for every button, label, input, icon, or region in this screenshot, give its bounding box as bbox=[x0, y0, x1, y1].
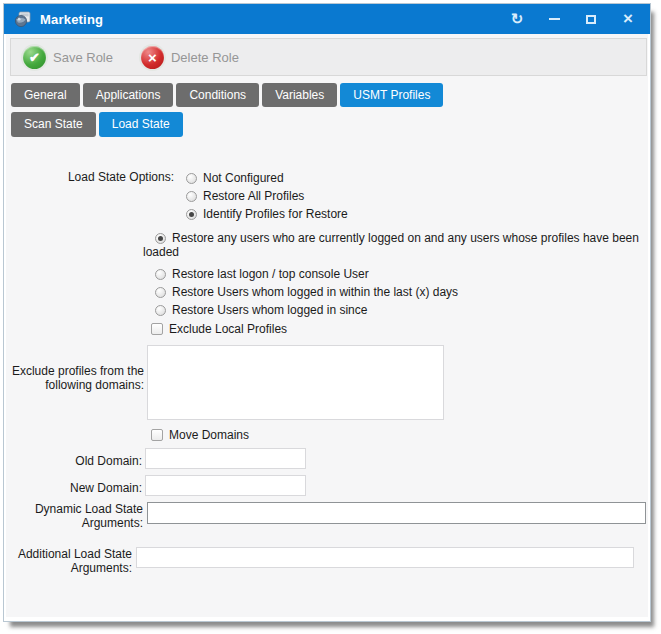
radio-restore-logged-on-users[interactable]: Restore any users who are currently logg… bbox=[143, 232, 655, 259]
exclude-domains-textarea[interactable] bbox=[147, 345, 444, 420]
refresh-icon[interactable]: ↻ bbox=[509, 11, 525, 27]
radio-icon bbox=[186, 173, 197, 184]
additional-args-input[interactable] bbox=[136, 547, 634, 568]
close-button[interactable]: × bbox=[620, 11, 636, 27]
dynamic-args-input[interactable] bbox=[147, 502, 646, 524]
radio-restore-since[interactable]: Restore Users whom logged in since bbox=[155, 304, 367, 317]
dynamic-args-label-line1: Dynamic Load State bbox=[35, 502, 143, 516]
old-domain-input[interactable] bbox=[145, 448, 306, 469]
radio-restore-last-x-days[interactable]: Restore Users whom logged in within the … bbox=[155, 286, 458, 299]
window-controls: ↻ × bbox=[509, 4, 636, 34]
radio-label: Restore Users whom logged in since bbox=[172, 304, 367, 317]
old-domain-label: Old Domain: bbox=[9, 454, 142, 468]
save-role-button[interactable]: ✔ Save Role bbox=[23, 46, 113, 69]
save-check-icon: ✔ bbox=[23, 46, 46, 69]
maximize-button[interactable] bbox=[583, 11, 599, 27]
tab-general[interactable]: General bbox=[11, 83, 80, 107]
minimize-icon bbox=[549, 18, 560, 20]
tab-usmt-profiles[interactable]: USMT Profiles bbox=[340, 83, 443, 107]
tab-variables[interactable]: Variables bbox=[262, 83, 337, 107]
checkbox-label: Move Domains bbox=[169, 428, 249, 442]
radio-not-configured[interactable]: Not Configured bbox=[186, 172, 284, 185]
additional-args-label: Additional Load State Arguments: bbox=[9, 547, 132, 575]
save-role-label: Save Role bbox=[53, 50, 113, 65]
radio-label: Restore any users who are currently logg… bbox=[172, 231, 639, 245]
radio-restore-all-profiles[interactable]: Restore All Profiles bbox=[186, 190, 304, 203]
delete-role-label: Delete Role bbox=[171, 50, 239, 65]
radio-label: Restore Users whom logged in within the … bbox=[172, 286, 458, 299]
radio-icon bbox=[186, 209, 197, 220]
window-title: Marketing bbox=[40, 12, 103, 27]
radio-icon bbox=[155, 269, 166, 280]
additional-args-label-line2: Arguments: bbox=[71, 561, 132, 575]
main-tabs: General Applications Conditions Variable… bbox=[11, 83, 443, 107]
radio-label: Restore All Profiles bbox=[203, 190, 304, 203]
tab-conditions[interactable]: Conditions bbox=[176, 83, 259, 107]
checkbox-label: Exclude Local Profiles bbox=[169, 322, 287, 336]
maximize-icon bbox=[586, 15, 596, 24]
delete-role-button[interactable]: × Delete Role bbox=[141, 46, 239, 69]
exclude-domains-label-line1: Exclude profiles from the bbox=[12, 364, 144, 378]
exclude-domains-label: Exclude profiles from the following doma… bbox=[9, 364, 144, 392]
radio-identify-profiles[interactable]: Identify Profiles for Restore bbox=[186, 208, 348, 221]
app-globe-icon bbox=[14, 10, 32, 28]
sub-tabs: Scan State Load State bbox=[11, 112, 183, 137]
dynamic-args-label: Dynamic Load State Arguments: bbox=[9, 502, 143, 530]
dialog-window: Marketing ↻ × ✔ Save Role × Delete Role … bbox=[3, 3, 651, 622]
radio-label: Identify Profiles for Restore bbox=[203, 208, 348, 221]
checkbox-icon bbox=[151, 323, 163, 335]
radio-restore-last-logon[interactable]: Restore last logon / top console User bbox=[155, 268, 369, 281]
radio-icon bbox=[155, 233, 166, 244]
additional-args-label-line1: Additional Load State bbox=[18, 547, 132, 561]
tab-applications[interactable]: Applications bbox=[83, 83, 174, 107]
titlebar: Marketing ↻ × bbox=[4, 4, 650, 34]
tab-scan-state[interactable]: Scan State bbox=[11, 112, 96, 137]
toolbar: ✔ Save Role × Delete Role bbox=[10, 38, 647, 76]
radio-icon bbox=[155, 305, 166, 316]
tab-load-state[interactable]: Load State bbox=[99, 112, 183, 137]
minimize-button[interactable] bbox=[546, 11, 562, 27]
load-state-options-label: Load State Options: bbox=[24, 170, 174, 184]
new-domain-label: New Domain: bbox=[9, 481, 142, 495]
dynamic-args-label-line2: Arguments: bbox=[82, 516, 143, 530]
radio-icon bbox=[155, 287, 166, 298]
exclude-domains-label-line2: following domains: bbox=[45, 378, 144, 392]
checkbox-move-domains[interactable]: Move Domains bbox=[151, 428, 249, 442]
new-domain-input[interactable] bbox=[145, 475, 306, 496]
radio-icon bbox=[186, 191, 197, 202]
radio-label: Restore last logon / top console User bbox=[172, 268, 369, 281]
checkbox-icon bbox=[151, 429, 163, 441]
radio-label-wrap: loaded bbox=[143, 245, 179, 259]
delete-x-icon: × bbox=[141, 46, 164, 69]
radio-label: Not Configured bbox=[203, 172, 284, 185]
checkbox-exclude-local-profiles[interactable]: Exclude Local Profiles bbox=[151, 322, 287, 336]
